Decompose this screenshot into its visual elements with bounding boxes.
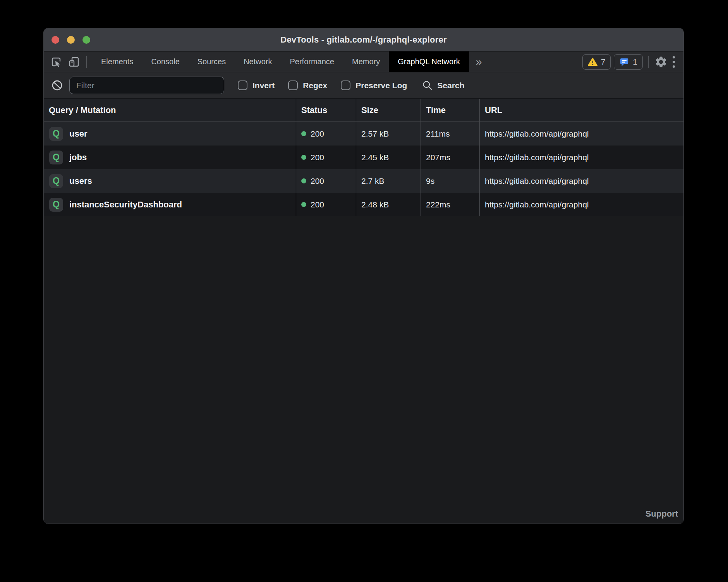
status-cell: 200 [296,193,356,216]
tab-graphql-network[interactable]: GraphQL Network [389,51,469,72]
requests-table-header: Query / Mutation Status Size Time URL [44,99,683,122]
toggle-device-toolbar-button[interactable] [67,55,81,69]
invert-checkbox[interactable] [238,80,247,90]
table-row[interactable]: Q instanceSecurityDashboard 200 2.48 kB … [44,193,683,216]
status-cell: 200 [296,169,356,193]
status-ok-dot [301,178,306,183]
url-cell: https://gitlab.com/api/graphql [480,146,683,169]
status-ok-dot [301,155,306,160]
tab-network[interactable]: Network [235,51,281,72]
search-button[interactable]: Search [422,80,464,91]
time-cell: 222ms [421,193,480,216]
query-cell: Q instanceSecurityDashboard [44,193,296,216]
gear-icon [654,55,668,68]
query-type-badge: Q [49,174,63,188]
search-label: Search [437,81,464,90]
close-window-button[interactable] [52,36,59,44]
support-link[interactable]: Support [646,509,678,519]
minimize-window-button[interactable] [67,36,75,44]
time-cell: 207ms [421,146,480,169]
inspect-cursor-icon [50,56,62,68]
tab-console[interactable]: Console [142,51,188,72]
query-type-badge: Q [49,127,63,141]
status-code: 200 [311,153,324,162]
table-row[interactable]: Q jobs 200 2.45 kB 207ms https://gitlab.… [44,146,683,169]
table-row[interactable]: Q user 200 2.57 kB 211ms https://gitlab.… [44,122,683,146]
tab-performance[interactable]: Performance [281,51,343,72]
query-name: instanceSecurityDashboard [69,200,182,210]
preserve-log-checkbox-group: Preserve Log [341,80,407,90]
filter-toolbar: Invert Regex Preserve Log Search [44,72,683,99]
issues-count: 1 [633,57,637,67]
invert-label[interactable]: Invert [252,81,275,90]
tab-memory[interactable]: Memory [343,51,389,72]
window-title: DevTools - gitlab.com/-/graphql-explorer [280,35,446,45]
more-tabs-button[interactable]: » [469,56,489,68]
size-cell: 2.57 kB [356,122,421,146]
column-header-size[interactable]: Size [356,99,421,122]
query-type-badge: Q [49,151,63,164]
warnings-count: 7 [601,57,606,67]
toolbar-divider [86,56,87,68]
traffic-lights [52,28,90,51]
status-ok-dot [301,131,306,136]
query-type-badge: Q [49,198,63,212]
warning-triangle-icon [588,57,598,66]
status-code: 200 [311,176,324,186]
filter-input[interactable] [69,77,224,94]
status-code: 200 [311,200,324,209]
desktop-background: DevTools - gitlab.com/-/graphql-explorer… [0,0,728,582]
query-cell: Q jobs [44,146,296,169]
query-name: jobs [69,152,87,163]
empty-panel-area: Support [44,216,683,524]
block-icon [51,79,63,91]
kebab-dot [673,61,675,63]
settings-button[interactable] [654,55,668,69]
size-cell: 2.45 kB [356,146,421,169]
query-name: user [69,129,87,139]
preserve-log-label[interactable]: Preserve Log [355,81,407,90]
devtools-window: DevTools - gitlab.com/-/graphql-explorer… [43,28,684,524]
column-header-url[interactable]: URL [480,99,683,122]
preserve-log-checkbox[interactable] [341,80,350,90]
toolbar-divider-right [648,56,649,68]
column-header-status[interactable]: Status [296,99,356,122]
status-ok-dot [301,202,306,207]
tab-sources[interactable]: Sources [189,51,235,72]
tab-elements[interactable]: Elements [92,51,142,72]
column-header-query-mutation[interactable]: Query / Mutation [44,99,296,122]
query-cell: Q user [44,122,296,146]
kebab-dot [673,56,675,58]
issues-badge[interactable]: 1 [614,54,643,70]
more-options-button[interactable] [673,56,675,68]
warnings-badge[interactable]: 7 [582,54,611,70]
kebab-dot [673,65,675,68]
time-cell: 9s [421,169,480,193]
invert-checkbox-group: Invert [238,80,275,90]
url-cell: https://gitlab.com/api/graphql [480,193,683,216]
title-bar: DevTools - gitlab.com/-/graphql-explorer [44,28,683,51]
zoom-window-button[interactable] [82,36,90,44]
devtools-tab-bar: Elements Console Sources Network Perform… [44,51,683,72]
search-icon [422,80,433,91]
status-cell: 200 [296,122,356,146]
panel-tabs: Elements Console Sources Network Perform… [92,51,469,72]
status-code: 200 [311,129,324,139]
column-header-time[interactable]: Time [421,99,480,122]
issue-message-icon [619,57,629,67]
size-cell: 2.7 kB [356,169,421,193]
size-cell: 2.48 kB [356,193,421,216]
url-cell: https://gitlab.com/api/graphql [480,122,683,146]
regex-checkbox[interactable] [288,80,298,90]
query-cell: Q users [44,169,296,193]
clear-filter-button[interactable] [50,79,64,92]
query-name: users [69,176,92,186]
table-row[interactable]: Q users 200 2.7 kB 9s https://gitlab.com… [44,169,683,193]
inspect-element-button[interactable] [49,55,63,69]
url-cell: https://gitlab.com/api/graphql [480,169,683,193]
regex-label[interactable]: Regex [303,81,327,90]
regex-checkbox-group: Regex [288,80,327,90]
time-cell: 211ms [421,122,480,146]
status-cell: 200 [296,146,356,169]
device-toolbar-icon [68,56,80,68]
